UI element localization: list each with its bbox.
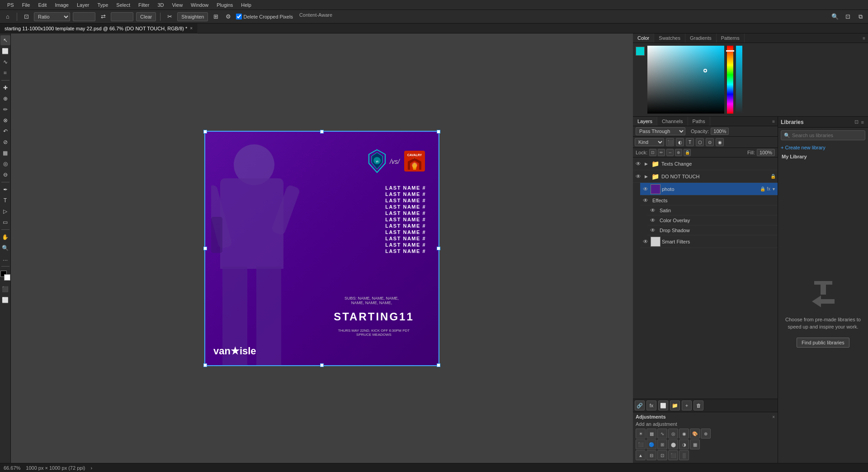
libraries-menu-btn[interactable]: ≡ bbox=[860, 119, 865, 125]
adj-vibrance-icon[interactable]: ◉ bbox=[679, 429, 689, 439]
adjustments-close[interactable]: × bbox=[772, 415, 775, 420]
menu-select[interactable]: Select bbox=[113, 1, 134, 9]
adj-threshold-icon[interactable]: ▲ bbox=[636, 450, 646, 460]
menu-window[interactable]: Window bbox=[187, 1, 212, 9]
width-input[interactable] bbox=[73, 12, 95, 21]
layer-filter-type-icon[interactable]: T bbox=[686, 138, 694, 146]
create-library-button[interactable]: + Create new library bbox=[781, 145, 865, 150]
type-tool[interactable]: T bbox=[0, 195, 10, 205]
menu-help[interactable]: Help bbox=[237, 1, 255, 9]
straighten-button[interactable]: Straighten bbox=[177, 12, 208, 21]
history-brush-tool[interactable]: ↶ bbox=[0, 126, 10, 136]
adj-gradient-map-icon[interactable]: ⊟ bbox=[646, 450, 656, 460]
color-active-swatch[interactable] bbox=[636, 47, 645, 56]
adj-selective-color-icon[interactable]: ⊡ bbox=[657, 450, 667, 460]
settings-icon[interactable]: ⚙ bbox=[223, 12, 233, 22]
color-gradient-dot[interactable] bbox=[703, 69, 707, 72]
layer-mask-button[interactable]: ⬜ bbox=[658, 400, 668, 410]
layer-filter-more-icon[interactable]: ◉ bbox=[716, 138, 724, 146]
tab-gradients[interactable]: Gradients bbox=[685, 33, 717, 43]
color-alpha-slider[interactable] bbox=[736, 46, 742, 114]
arrange-icon[interactable]: ⧉ bbox=[855, 12, 865, 22]
find-public-libraries-button[interactable]: Find public libraries bbox=[797, 338, 849, 348]
lock-transparent-icon[interactable]: ⊡ bbox=[649, 149, 656, 156]
height-input[interactable] bbox=[111, 12, 133, 21]
swap-icon[interactable]: ⇄ bbox=[98, 12, 108, 22]
tab-close-button[interactable]: × bbox=[190, 26, 193, 31]
adj-bw-icon[interactable]: ⬛ bbox=[636, 439, 646, 449]
menu-view[interactable]: View bbox=[168, 1, 186, 9]
layer-filter-adj-icon[interactable]: ◐ bbox=[676, 138, 684, 146]
adj-hsl-icon[interactable]: 🎨 bbox=[690, 429, 700, 439]
menu-ps[interactable]: PS bbox=[4, 1, 18, 9]
layer-filter-smart-icon[interactable]: ⊙ bbox=[706, 138, 714, 146]
satin-visibility[interactable]: 👁 bbox=[649, 207, 656, 214]
layer-filter-pixel-icon[interactable]: ⬛ bbox=[666, 138, 674, 146]
menu-plugins[interactable]: Plugins bbox=[213, 1, 236, 9]
color-overlay-visibility[interactable]: 👁 bbox=[649, 217, 656, 224]
menu-edit[interactable]: Edit bbox=[34, 1, 50, 9]
lock-artboard-icon[interactable]: ↔ bbox=[666, 149, 674, 156]
menu-filter[interactable]: Filter bbox=[135, 1, 153, 9]
layer-link-button[interactable]: 🔗 bbox=[635, 400, 645, 410]
document-tab[interactable]: starting 11-1000x1000 template may 22.ps… bbox=[0, 24, 198, 33]
menu-file[interactable]: File bbox=[19, 1, 34, 9]
layer-expand-photo[interactable]: ▼ bbox=[772, 187, 776, 191]
layer-visibility-photo[interactable]: 👁 bbox=[642, 186, 649, 193]
crop-options-icon[interactable]: ⊡ bbox=[21, 12, 31, 22]
path-select-tool[interactable]: ▷ bbox=[0, 206, 10, 216]
brush-tool[interactable]: ✏ bbox=[0, 105, 10, 114]
layers-list[interactable]: 👁 ▶ 📁 Texts Change 👁 ▶ 📁 DO NOT TOUCH 🔒 bbox=[633, 157, 778, 399]
menu-image[interactable]: Image bbox=[51, 1, 72, 9]
libraries-search-box[interactable]: 🔍 bbox=[781, 130, 865, 140]
channels-tab[interactable]: Channels bbox=[657, 117, 688, 126]
paths-tab[interactable]: Paths bbox=[688, 117, 710, 126]
adj-curves-icon[interactable]: ∿ bbox=[657, 429, 667, 439]
layer-new-button[interactable]: + bbox=[682, 400, 692, 410]
layer-delete-button[interactable]: 🗑 bbox=[693, 400, 703, 410]
shape-tool[interactable]: ▭ bbox=[0, 217, 10, 227]
adj-posterize-icon[interactable]: ▦ bbox=[690, 439, 700, 449]
layer-group-button[interactable]: 📁 bbox=[670, 400, 680, 410]
adj-invert-icon[interactable]: ◑ bbox=[679, 439, 689, 449]
libraries-expand-btn[interactable]: ⊡ bbox=[853, 119, 860, 125]
lock-position-icon[interactable]: ⊕ bbox=[675, 149, 682, 156]
lasso-tool[interactable]: ∿ bbox=[0, 57, 10, 67]
libraries-search-input[interactable] bbox=[792, 133, 862, 138]
layers-panel-close[interactable]: ≡ bbox=[769, 117, 778, 126]
layer-do-not-touch[interactable]: 👁 ▶ 📁 DO NOT TOUCH 🔒 bbox=[633, 170, 778, 183]
adj-brightness-icon[interactable]: ☀ bbox=[636, 429, 646, 439]
ratio-select[interactable]: Ratio bbox=[34, 12, 70, 21]
tab-swatches[interactable]: Swatches bbox=[654, 33, 685, 43]
zoom-icon[interactable]: ⊡ bbox=[843, 12, 853, 22]
layer-kind-select[interactable]: Kind bbox=[635, 138, 664, 146]
adj-channel-mixer-icon[interactable]: ⊞ bbox=[657, 439, 667, 449]
smart-filters-visibility[interactable]: 👁 bbox=[642, 238, 649, 245]
layer-texts-change[interactable]: 👁 ▶ 📁 Texts Change bbox=[633, 157, 778, 170]
tab-patterns[interactable]: Patterns bbox=[717, 33, 745, 43]
lock-all-icon[interactable]: 🔒 bbox=[684, 149, 691, 156]
effect-drop-shadow-row[interactable]: 👁 Drop Shadow bbox=[647, 225, 778, 235]
eraser-tool[interactable]: ⊘ bbox=[0, 137, 10, 147]
menu-layer[interactable]: Layer bbox=[73, 1, 93, 9]
clear-button[interactable]: Clear bbox=[136, 12, 156, 21]
menu-type[interactable]: Type bbox=[94, 1, 112, 9]
adj-levels-icon[interactable]: ▦ bbox=[646, 429, 656, 439]
effect-color-overlay-row[interactable]: 👁 Color Overlay bbox=[647, 215, 778, 225]
crop-icon[interactable]: ✂ bbox=[165, 12, 175, 22]
adj-exposure-icon[interactable]: ◎ bbox=[668, 429, 678, 439]
crop-tool[interactable]: ⌗ bbox=[0, 68, 10, 78]
fill-input[interactable] bbox=[757, 149, 775, 156]
move-tool[interactable]: ↖ bbox=[0, 35, 10, 45]
screen-mode-toggle[interactable]: ⬜ bbox=[0, 295, 10, 305]
quick-mask-toggle[interactable]: ⬛ bbox=[0, 284, 10, 294]
layers-tab[interactable]: Layers bbox=[633, 117, 657, 126]
layer-expand-texts[interactable]: ▶ bbox=[643, 161, 649, 167]
dodge-tool[interactable]: ⊖ bbox=[0, 170, 10, 180]
smart-filters-row[interactable]: 👁 Smart Filters bbox=[640, 235, 778, 248]
delete-cropped-checkbox[interactable] bbox=[236, 14, 242, 19]
adj-solid-color-icon[interactable]: ⬛ bbox=[668, 450, 678, 460]
effects-visibility[interactable]: 👁 bbox=[642, 197, 649, 204]
color-panel-close[interactable]: ≡ bbox=[860, 34, 868, 43]
layer-filter-shape-icon[interactable]: ⬡ bbox=[696, 138, 704, 146]
